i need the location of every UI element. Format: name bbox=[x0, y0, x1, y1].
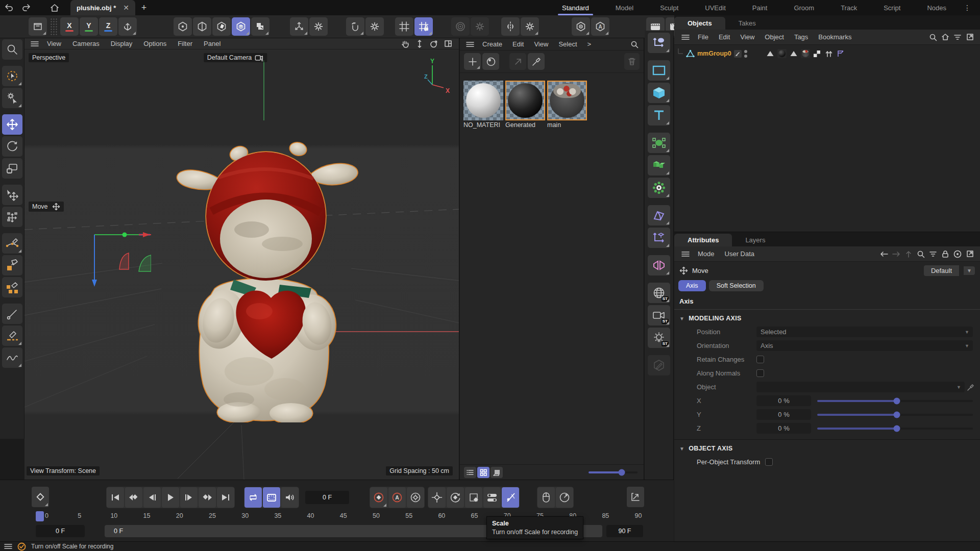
along-normals-checkbox[interactable] bbox=[756, 369, 764, 377]
objects-menu-tags[interactable]: Tags bbox=[789, 33, 813, 41]
search-tool-button[interactable] bbox=[2, 39, 22, 60]
eyedropper-icon[interactable] bbox=[967, 383, 975, 391]
add-material-button[interactable] bbox=[464, 53, 481, 70]
tweak-tool-button[interactable] bbox=[2, 88, 22, 108]
x-axis-lock-button[interactable]: X bbox=[60, 17, 79, 36]
y-axis-lock-button[interactable]: Y bbox=[80, 17, 98, 36]
objects-search-button[interactable] bbox=[927, 31, 939, 43]
toggle-panel-icon[interactable] bbox=[444, 40, 452, 47]
hamburger-icon[interactable] bbox=[681, 34, 690, 40]
volume-pen-button[interactable] bbox=[2, 277, 22, 297]
attributes-menu-mode[interactable]: Mode bbox=[693, 250, 720, 258]
spline-primitive-button[interactable] bbox=[648, 60, 670, 81]
layout-tab-groom[interactable]: Groom bbox=[780, 0, 827, 15]
z-axis-lock-button[interactable]: Z bbox=[99, 17, 117, 36]
light-object-button[interactable]: ST bbox=[648, 328, 670, 348]
material-item[interactable]: main bbox=[547, 81, 588, 129]
play-mode-button[interactable] bbox=[263, 487, 280, 508]
symmetry-hub-button[interactable] bbox=[451, 17, 470, 36]
undo-button[interactable] bbox=[0, 0, 17, 15]
mode-tab-axis[interactable]: Axis bbox=[678, 280, 706, 291]
polygon-pen-button[interactable] bbox=[2, 255, 22, 276]
layout-tab-track[interactable]: Track bbox=[827, 0, 870, 15]
record-position-toggle[interactable] bbox=[428, 487, 446, 508]
grid-lock-button[interactable] bbox=[414, 17, 433, 36]
hamburger-icon[interactable] bbox=[466, 41, 474, 47]
record-pla-toggle[interactable] bbox=[502, 487, 519, 508]
layout-overflow-menu[interactable]: ⋮ bbox=[960, 7, 975, 9]
attributes-track-button[interactable] bbox=[951, 248, 964, 260]
snap-button[interactable] bbox=[346, 17, 364, 36]
camera-object-button[interactable]: ST bbox=[648, 305, 670, 325]
material-item[interactable]: Generated bbox=[505, 81, 546, 129]
retain-changes-checkbox[interactable] bbox=[756, 356, 764, 363]
object-mode-button[interactable] bbox=[251, 17, 270, 36]
hamburger-icon[interactable] bbox=[4, 543, 12, 549]
ruler-tick-25[interactable]: 25 bbox=[209, 512, 216, 519]
mode-tab-soft-selection[interactable]: Soft Selection bbox=[709, 280, 764, 291]
attributes-menu-userdata[interactable]: User Data bbox=[720, 250, 760, 258]
layout-tab-nodes[interactable]: Nodes bbox=[914, 0, 960, 15]
layer-color-chip[interactable] bbox=[734, 50, 742, 58]
section-object-axis[interactable]: ▼ OBJECT AXIS bbox=[674, 440, 980, 455]
search-icon[interactable] bbox=[630, 40, 639, 48]
playhead[interactable] bbox=[36, 511, 44, 521]
goto-start-button[interactable] bbox=[107, 487, 124, 508]
layout-tab-script[interactable]: Script bbox=[870, 0, 914, 15]
material-menu-overflow[interactable]: > bbox=[582, 40, 597, 48]
tab-layers[interactable]: Layers bbox=[732, 234, 778, 246]
autokey-button[interactable]: A bbox=[388, 487, 406, 508]
scale-tool-button[interactable] bbox=[2, 158, 22, 179]
preset-dropdown-caret[interactable]: ▼ bbox=[964, 266, 975, 275]
orientation-dropdown[interactable]: Axis▼ bbox=[756, 340, 973, 351]
material-menu-view[interactable]: View bbox=[529, 40, 553, 48]
ruler-tick-45[interactable]: 45 bbox=[340, 512, 347, 519]
record-active-objects-button[interactable] bbox=[370, 487, 387, 508]
generator-button[interactable] bbox=[648, 133, 670, 153]
material-thumb-no-material[interactable] bbox=[463, 81, 503, 120]
next-frame-button[interactable] bbox=[180, 487, 198, 508]
sound-button[interactable] bbox=[281, 487, 299, 508]
record-rotation-toggle[interactable] bbox=[447, 487, 464, 508]
tab-takes[interactable]: Takes bbox=[725, 17, 769, 30]
field-object-button[interactable] bbox=[648, 205, 670, 226]
attributes-lock-button[interactable] bbox=[939, 248, 951, 260]
attributes-filter-button[interactable] bbox=[927, 248, 939, 260]
move-gizmo[interactable] bbox=[90, 229, 151, 290]
mouse-record-button[interactable] bbox=[537, 487, 555, 508]
per-object-transform-checkbox[interactable] bbox=[765, 458, 773, 466]
grid-button[interactable] bbox=[395, 17, 413, 36]
plane-cut-button[interactable] bbox=[2, 325, 22, 346]
x-slider[interactable] bbox=[817, 400, 973, 402]
points-mode-button[interactable] bbox=[174, 17, 192, 36]
move-tool-button[interactable] bbox=[2, 114, 22, 135]
ruler-tick-30[interactable]: 30 bbox=[241, 512, 249, 519]
load-material-button[interactable] bbox=[509, 53, 526, 70]
world-axis-button[interactable] bbox=[118, 17, 137, 36]
mirror-settings-button[interactable] bbox=[521, 17, 539, 36]
end-frame-field[interactable]: 90 F bbox=[606, 525, 643, 537]
hamburger-icon[interactable] bbox=[681, 251, 690, 257]
ruler-tick-85[interactable]: 85 bbox=[602, 512, 609, 519]
selection-tag[interactable] bbox=[836, 49, 845, 58]
deformer-button[interactable] bbox=[648, 178, 670, 198]
delete-material-button[interactable] bbox=[624, 53, 640, 70]
new-tab-button[interactable]: + bbox=[135, 0, 153, 15]
close-tab-icon[interactable]: ✕ bbox=[123, 4, 129, 12]
position-dropdown[interactable]: Selected▼ bbox=[756, 327, 973, 337]
prev-key-button[interactable] bbox=[125, 487, 142, 508]
layout-tab-paint[interactable]: Paint bbox=[739, 0, 781, 15]
material-thumb-generated[interactable] bbox=[505, 81, 545, 120]
line-cut-button[interactable] bbox=[2, 304, 22, 324]
viewport-canvas[interactable]: Y Z X Perspective Default Camera Move Vi… bbox=[24, 50, 459, 480]
goto-end-button[interactable] bbox=[217, 487, 234, 508]
viewport-menu-display[interactable]: Display bbox=[106, 40, 138, 47]
rotate-tool-button[interactable] bbox=[2, 136, 22, 157]
material-grid-view-button[interactable] bbox=[477, 467, 489, 478]
object-row-mmgroup0[interactable]: mmGroup0 bbox=[676, 48, 978, 59]
objects-filter-button[interactable] bbox=[951, 31, 964, 43]
material-thumb-main[interactable] bbox=[547, 81, 587, 120]
dial-record-button[interactable] bbox=[556, 487, 573, 508]
objects-menu-object[interactable]: Object bbox=[760, 33, 789, 41]
primitive-cube-button[interactable] bbox=[648, 83, 670, 103]
